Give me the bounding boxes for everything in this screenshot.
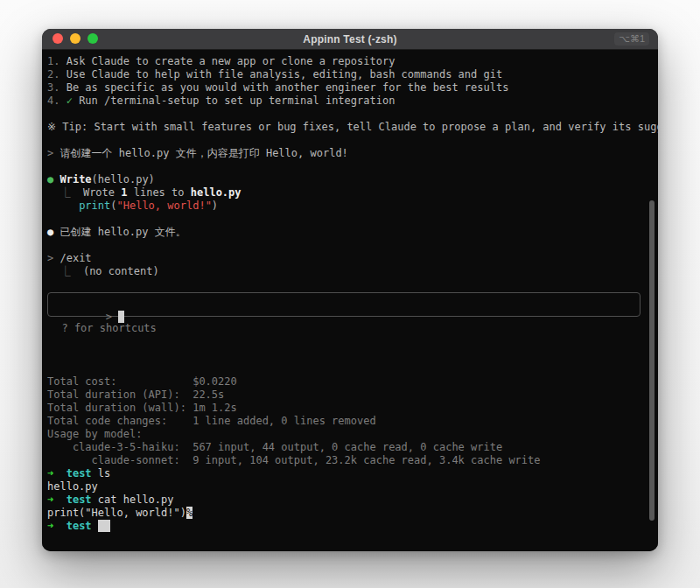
- terminal-line: Total code changes: 1 line added, 0 line…: [47, 415, 646, 428]
- terminal-line: print("Hello, world!"): [47, 200, 646, 213]
- terminal-line: ※ Tip: Start with small features or bug …: [47, 121, 646, 134]
- terminal-line: > 请创建一个 hello.py 文件，内容是打印 Hello, world!: [47, 147, 646, 160]
- terminal-line: ➜ test: [47, 520, 646, 533]
- terminal-line: 4. ✓ Run /terminal-setup to set up termi…: [47, 94, 646, 108]
- input-prompt: >: [106, 311, 118, 323]
- terminal-line: 1. Ask Claude to create a new app or clo…: [47, 55, 646, 68]
- terminal-line: ➜ test cat hello.py: [47, 494, 646, 507]
- terminal-line: hello.py: [47, 480, 646, 494]
- window-title: Appinn Test (-zsh): [303, 33, 396, 46]
- terminal-line: ⎿ (no content): [47, 265, 646, 278]
- terminal-line: > /exit: [47, 252, 646, 265]
- scrollbar-thumb[interactable]: [649, 200, 654, 521]
- terminal-line: claude-sonnet: 9 input, 104 output, 23.2…: [47, 454, 646, 467]
- terminal-line: 2. Use Claude to help with file analysis…: [47, 68, 646, 81]
- terminal-line: [47, 160, 646, 173]
- terminal-line: [47, 213, 646, 226]
- shortcuts-hint: ? for shortcuts: [49, 322, 646, 335]
- terminal-line: ⎿ Wrote 1 lines to hello.py: [47, 186, 646, 200]
- window-shortcut-badge: ⌥⌘1: [614, 32, 649, 46]
- close-button[interactable]: [52, 33, 63, 44]
- claude-input-box[interactable]: >: [47, 292, 640, 317]
- terminal-line: Total cost: $0.0220: [47, 375, 646, 388]
- terminal-screen[interactable]: 1. Ask Claude to create a new app or clo…: [42, 50, 658, 551]
- terminal-window: Appinn Test (-zsh) ⌥⌘1 1. Ask Claude to …: [42, 29, 658, 551]
- terminal-output-top: 1. Ask Claude to create a new app or clo…: [47, 55, 646, 278]
- zoom-button[interactable]: [88, 33, 98, 44]
- scrollbar[interactable]: [648, 50, 655, 551]
- titlebar[interactable]: Appinn Test (-zsh) ⌥⌘1: [42, 29, 658, 50]
- shell-output: ➜ test lshello.py➜ test cat hello.pyprin…: [47, 467, 646, 533]
- terminal-line: [47, 134, 646, 147]
- terminal-line: ➜ test ls: [47, 467, 646, 480]
- terminal-line: print("Hello, world!")%: [47, 507, 646, 520]
- terminal-line: [47, 239, 646, 252]
- terminal-line: Usage by model:: [47, 428, 646, 441]
- minimize-button[interactable]: [70, 33, 80, 44]
- terminal-line: Total duration (API): 22.5s: [47, 388, 646, 402]
- input-cursor: [118, 311, 124, 323]
- terminal-line: ● 已创建 hello.py 文件。: [47, 226, 646, 239]
- traffic-lights: [52, 33, 98, 44]
- terminal-line: ● Write(hello.py): [47, 173, 646, 186]
- session-stats: Total cost: $0.0220Total duration (API):…: [47, 375, 646, 467]
- terminal-line: Total duration (wall): 1m 1.2s: [47, 402, 646, 415]
- terminal-line: [47, 108, 646, 121]
- terminal-line: claude-3-5-haiku: 567 input, 44 output, …: [47, 441, 646, 454]
- terminal-line: 3. Be as specific as you would with anot…: [47, 81, 646, 94]
